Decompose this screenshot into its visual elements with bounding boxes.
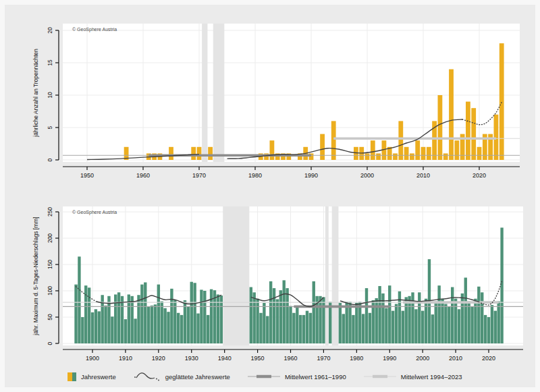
five-day-precipitation-maximum-bar-1969 [319,296,321,343]
tropical-nights-bar-2002 [376,153,381,160]
svg-text:2020: 2020 [473,172,486,179]
svg-text:1990: 1990 [383,355,396,362]
five-day-precipitation-maximum-bar-1909 [121,296,124,343]
five-day-precipitation-maximum-bar-2004 [435,302,437,343]
five-day-precipitation-maximum-bar-1991 [392,311,394,343]
five-day-precipitation-maximum-bar-1949 [252,292,255,343]
svg-text:1980: 1980 [248,172,262,179]
five-day-precipitation-maximum-missing-band [332,206,339,345]
five-day-precipitation-maximum-bar-1934 [203,291,206,343]
legend: Jahreswerte geglättete Jahreswerte [68,368,513,385]
five-day-precipitation-maximum-bar-1936 [210,289,213,343]
five-day-precipitation-maximum-bar-1915 [140,285,143,343]
legend-label-jahreswerte: Jahreswerte [81,373,116,381]
five-day-precipitation-maximum-bar-1994 [402,311,404,343]
svg-text:200: 200 [47,233,53,243]
five-day-precipitation-maximum-bar-1919 [154,304,157,343]
five-day-precipitation-maximum-bar-1956 [276,299,279,343]
svg-text:20: 20 [47,27,53,34]
five-day-precipitation-maximum-bar-2003 [431,314,434,343]
five-day-precipitation-maximum-bar-1953 [266,316,269,343]
tropical-nights-bar-2020 [477,147,482,160]
five-day-precipitation-maximum-bar-2018 [481,292,483,343]
svg-text:1990: 1990 [304,172,318,179]
tropical-nights-bar-2013 [438,95,443,160]
five-day-precipitation-maximum-bar-1975 [339,303,342,343]
tropical-nights-missing-band [213,24,225,162]
climate-charts-figure: 1950196019701980199020002010202005101520… [5,5,535,387]
five-day-precipitation-maximum-bar-1983 [365,288,368,343]
svg-text:1950: 1950 [80,172,94,179]
five-day-precipitation-maximum-bar-1981 [358,302,361,343]
tropical-nights-bar-2024 [500,43,504,160]
tropical-nights-bar-2018 [466,102,470,160]
svg-text:1980: 1980 [350,355,363,362]
five-day-precipitation-maximum-bar-2015 [470,306,473,343]
svg-text:0: 0 [47,158,53,161]
five-day-precipitation-maximum-bar-1912 [131,296,134,343]
svg-text:2000: 2000 [360,172,374,179]
jahreswerte-swatch [68,372,76,381]
five-day-precipitation-maximum-bar-2005 [437,285,440,343]
svg-text:1970: 1970 [317,355,330,362]
five-day-precipitation-maximum-bar-1916 [144,283,146,343]
five-day-precipitation-maximum-bar-1951 [259,313,262,343]
svg-text:15: 15 [47,59,53,66]
five-day-precipitation-maximum-bar-1898 [84,285,87,343]
five-day-precipitation-maximum-bar-1967 [313,281,315,343]
five-day-precipitation-maximum-bar-1933 [200,289,202,343]
five-day-precipitation-maximum-bar-2008 [448,306,450,343]
tropical-nights-bar-1972 [208,147,213,160]
svg-text:1910: 1910 [119,355,132,362]
svg-text:1960: 1960 [284,355,297,362]
five-day-precipitation-maximum-bar-1958 [283,280,286,343]
tropical-nights-bar-1983 [270,140,275,160]
five-day-precipitation-maximum-bar-2014 [467,302,470,343]
tropical-nights-bar-2019 [471,108,476,160]
svg-text:50: 50 [47,314,53,320]
five-day-precipitation-maximum-bar-2017 [477,287,480,343]
five-day-precipitation-maximum-bar-1992 [395,304,398,344]
svg-text:1940: 1940 [218,355,232,362]
tropical-nights-bar-1965 [169,147,173,160]
legend-label-smoothed: geglättete Jahreswerte [165,373,230,381]
five-day-precipitation-maximum-bar-2024 [500,227,503,343]
five-day-precipitation-maximum-bar-2011 [458,309,460,343]
five-day-precipitation-maximum-bar-2000 [421,311,424,343]
five-day-precipitation-maximum-bar-1932 [196,314,199,343]
five-day-precipitation-maximum-bar-2012 [461,293,464,343]
five-day-precipitation-maximum-bar-1938 [217,294,219,343]
five-day-precipitation-maximum-bar-1913 [134,318,136,343]
svg-text:5: 5 [47,125,53,129]
five-day-precipitation-maximum-bar-1955 [273,288,275,343]
five-day-precipitation-maximum-bar-1961 [292,313,295,343]
five-day-precipitation-maximum-bar-2006 [441,299,443,343]
five-day-precipitation-maximum-bar-2013 [464,278,467,344]
tropical-nights-ylabel: jährliche Anzahl an Tropennächten [32,49,39,138]
five-day-precipitation-maximum-bar-1930 [190,282,193,343]
five-day-precipitation-maximum-bar-2001 [425,299,427,343]
tropical-nights-bar-2007 [404,147,409,160]
svg-text:1970: 1970 [192,172,206,179]
five-day-precipitation-maximum-bar-1999 [418,292,421,343]
tropical-nights-copyright: © GeoSphere Austria [72,27,117,32]
five-day-precipitation-maximum-bar-1897 [81,317,84,343]
legend-item-mean-1994-2023: Mittelwert 1994–2023 [364,373,462,381]
green-bar-swatch [72,372,77,381]
svg-text:250: 250 [47,207,53,217]
five-day-precipitation-maximum-bar-1954 [269,281,272,343]
tropical-nights-bar-1992 [320,134,325,160]
svg-text:1950: 1950 [251,355,265,362]
svg-text:10: 10 [47,92,53,99]
five-day-precipitation-maximum-bar-1963 [299,315,302,343]
tropical-nights-bar-2015 [449,69,454,160]
svg-text:150: 150 [47,260,53,269]
five-day-precipitation-maximum-bar-1906 [111,316,113,343]
five-day-precipitation-maximum-copyright: © GeoSphere Austria [72,210,117,215]
precipitation-chart: 1900191019201930194019501960197019801990… [5,196,535,364]
five-day-precipitation-maximum-bar-1902 [98,311,101,343]
tropical-nights-bar-2023 [494,115,499,160]
five-day-precipitation-maximum-bar-1959 [286,288,288,343]
five-day-precipitation-maximum-bar-2010 [454,299,457,343]
five-day-precipitation-maximum-bar-1910 [124,319,127,343]
